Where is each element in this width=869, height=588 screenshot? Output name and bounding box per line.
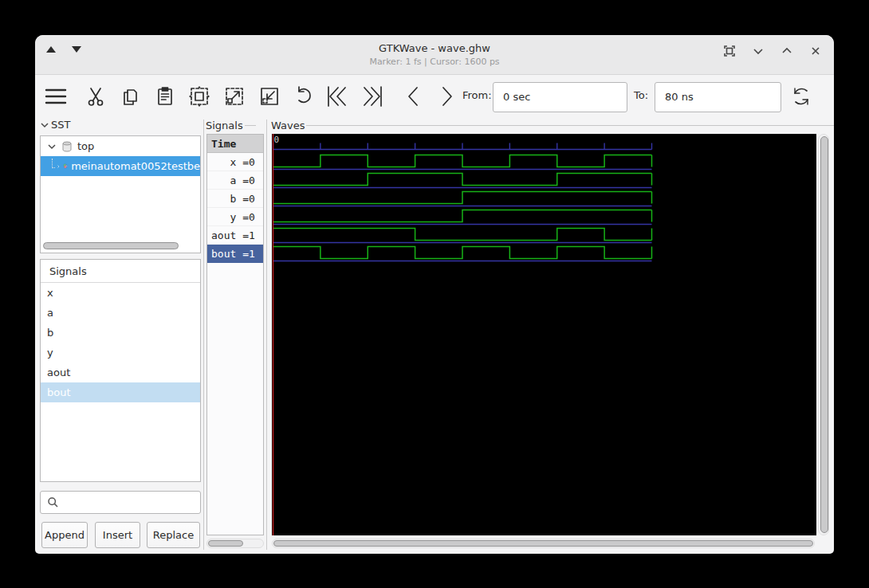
zoom-out-icon[interactable] xyxy=(257,84,282,109)
chevron-down-icon[interactable] xyxy=(47,142,57,151)
close-icon[interactable] xyxy=(808,44,823,58)
gtkwave-window: GTKWave - wave.ghw Marker: 1 fs | Cursor… xyxy=(35,35,834,554)
waves-vscrollbar[interactable] xyxy=(818,134,829,535)
paste-icon[interactable] xyxy=(152,84,178,109)
go-to-start-icon[interactable] xyxy=(324,84,350,109)
signals-list-item-y[interactable]: y xyxy=(41,343,200,363)
tree-item-testbench[interactable]: meinautomat0052testbe xyxy=(41,156,200,176)
undo-icon[interactable] xyxy=(291,84,317,109)
window-title: GTKWave - wave.ghw xyxy=(35,42,834,54)
time-header[interactable]: Time xyxy=(207,135,263,153)
from-input[interactable]: 0 sec xyxy=(493,82,627,112)
sst-hscrollbar-thumb[interactable] xyxy=(43,242,179,249)
previous-icon[interactable] xyxy=(400,84,426,109)
sst-tree: top meinautomat0052testbe xyxy=(40,135,201,253)
sst-header[interactable]: SST xyxy=(40,119,70,131)
signals-list-item-bout[interactable]: bout xyxy=(41,382,200,402)
wave-signal-row-b[interactable]: b =0 xyxy=(207,190,263,208)
replace-button[interactable]: Replace xyxy=(147,522,200,548)
names-hscrollbar-thumb[interactable] xyxy=(208,540,243,547)
signals-panel-header: Signals xyxy=(41,260,200,283)
signals-list-item-b[interactable]: b xyxy=(41,323,200,343)
toolbar: From: 0 sec To: 80 ns xyxy=(35,76,834,118)
next-icon[interactable] xyxy=(434,84,460,109)
window-subtitle: Marker: 1 fs | Cursor: 1600 ps xyxy=(35,57,834,67)
titlebar[interactable]: GTKWave - wave.ghw Marker: 1 fs | Cursor… xyxy=(35,35,834,75)
signal-search-input[interactable] xyxy=(40,491,201,514)
wave-signal-row-aout[interactable]: aout =1 xyxy=(207,226,263,245)
maximize-icon[interactable] xyxy=(780,44,794,58)
names-hscrollbar[interactable] xyxy=(206,539,264,548)
waveform-traces: 0 xyxy=(272,134,816,535)
from-label: From: xyxy=(462,89,492,101)
chevron-right-icon[interactable] xyxy=(57,162,60,171)
signals-list-item-a[interactable]: a xyxy=(41,303,200,323)
insert-button[interactable]: Insert xyxy=(95,522,140,548)
tree-item-label: top xyxy=(77,140,94,152)
database-icon xyxy=(61,140,73,153)
wave-signal-row-bout[interactable]: bout =1 xyxy=(207,245,263,263)
waves-hscrollbar-thumb[interactable] xyxy=(273,540,813,547)
cut-icon[interactable] xyxy=(83,84,108,109)
zoom-in-icon[interactable] xyxy=(222,84,247,109)
wave-canvas[interactable]: 0 xyxy=(272,134,816,535)
sst-header-label: SST xyxy=(51,119,70,131)
waves-hscrollbar[interactable] xyxy=(272,539,815,548)
fullscreen-icon[interactable] xyxy=(722,44,737,58)
svg-text:0: 0 xyxy=(274,135,280,145)
append-button[interactable]: Append xyxy=(41,522,88,548)
minimize-icon[interactable] xyxy=(751,44,765,58)
signals-list-item-x[interactable]: x xyxy=(41,283,200,303)
tree-item-label: meinautomat0052testbe xyxy=(71,160,200,172)
sst-hscrollbar[interactable] xyxy=(43,242,182,250)
tree-connector xyxy=(52,159,55,168)
wave-signal-row-x[interactable]: x =0 xyxy=(207,153,263,171)
to-input[interactable]: 80 ns xyxy=(655,82,781,112)
splitter-left[interactable] xyxy=(203,120,204,550)
wave-signal-row-y[interactable]: y =0 xyxy=(207,208,263,226)
signals-panel: Signals xabyaoutbout xyxy=(40,259,201,482)
to-label: To: xyxy=(634,89,648,101)
menu-icon[interactable] xyxy=(43,84,69,109)
signals-column-label: Signals xyxy=(206,120,256,131)
wave-name-rows: x =0 a =0 b =0 y =0aout =1bout =1 xyxy=(207,153,263,263)
search-icon xyxy=(47,496,59,508)
signals-list-item-aout[interactable]: aout xyxy=(41,363,200,382)
copy-icon[interactable] xyxy=(117,84,143,109)
tree-item-top[interactable]: top xyxy=(41,136,200,156)
reload-icon[interactable] xyxy=(788,84,814,109)
signals-list: xabyaoutbout xyxy=(41,283,200,402)
component-icon xyxy=(63,159,68,173)
waves-vscrollbar-thumb[interactable] xyxy=(820,136,828,533)
splitter-right[interactable] xyxy=(266,120,267,550)
wave-signal-row-a[interactable]: a =0 xyxy=(207,171,263,190)
desktop: GTKWave - wave.ghw Marker: 1 fs | Cursor… xyxy=(0,0,869,588)
waves-label: Waves xyxy=(271,120,834,131)
chevron-down-icon xyxy=(40,120,49,130)
zoom-fit-icon[interactable] xyxy=(187,84,212,109)
wave-name-column: Time x =0 a =0 b =0 y =0aout =1bout =1 xyxy=(206,134,264,535)
go-to-end-icon[interactable] xyxy=(360,84,385,109)
